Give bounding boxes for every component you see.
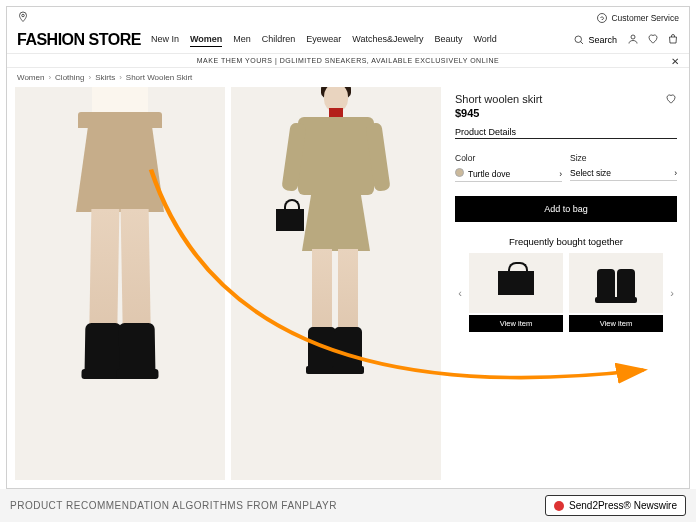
chevron-right-icon: › xyxy=(48,73,51,82)
ecommerce-screenshot: Customer Service FASHION STORE New InWom… xyxy=(6,6,690,489)
fbt-item-boots: View item xyxy=(569,253,663,332)
customer-service-label: Customer Service xyxy=(611,13,679,23)
size-selector[interactable]: Size Select size › xyxy=(570,153,677,182)
product-image-1[interactable] xyxy=(15,87,225,480)
svg-point-4 xyxy=(631,35,635,39)
store-logo[interactable]: FASHION STORE xyxy=(17,31,141,49)
nav-item-children[interactable]: Children xyxy=(262,34,296,47)
view-item-button[interactable]: View item xyxy=(569,315,663,332)
breadcrumb-item[interactable]: Women xyxy=(17,73,44,82)
svg-point-1 xyxy=(598,14,607,23)
svg-line-3 xyxy=(581,42,584,45)
fbt-title: Frequently bought together xyxy=(455,236,677,247)
product-image-2[interactable] xyxy=(231,87,441,480)
add-to-bag-button[interactable]: Add to bag xyxy=(455,196,677,222)
product-price: $945 xyxy=(455,107,542,119)
product-title: Short woolen skirt xyxy=(455,93,542,105)
promo-text: MAKE THEM YOURS | DGLIMITED SNEAKERS, AV… xyxy=(197,57,499,64)
search-icon xyxy=(573,34,585,46)
promo-banner: MAKE THEM YOURS | DGLIMITED SNEAKERS, AV… xyxy=(7,54,689,68)
product-info-panel: Short woolen skirt $945 Product Details … xyxy=(447,87,681,480)
size-value: Select size xyxy=(570,168,611,178)
fbt-image-boots[interactable] xyxy=(569,253,663,313)
color-selector[interactable]: Color Turtle dove › xyxy=(455,153,562,182)
customer-service-link[interactable]: Customer Service xyxy=(596,12,679,24)
wishlist-heart-icon[interactable] xyxy=(665,93,677,107)
chevron-right-icon: › xyxy=(88,73,91,82)
nav-item-new-in[interactable]: New In xyxy=(151,34,179,47)
nav-item-watches-jewelry[interactable]: Watches&Jewelry xyxy=(352,34,423,47)
breadcrumb: Women›Clothing›Skirts›Short Woolen Skirt xyxy=(7,68,689,87)
search-label: Search xyxy=(588,35,617,45)
bag-icon[interactable] xyxy=(667,33,679,47)
main-header: FASHION STORE New InWomenMenChildrenEyew… xyxy=(7,29,689,54)
newswire-label: Send2Press® Newswire xyxy=(569,500,677,511)
product-content: Short woolen skirt $945 Product Details … xyxy=(7,87,689,488)
caption-bar: PRODUCT RECOMMENDATION ALGORITHMS FROM F… xyxy=(0,489,696,522)
fbt-prev-icon[interactable]: ‹ xyxy=(455,287,465,299)
main-nav: New InWomenMenChildrenEyewearWatches&Jew… xyxy=(151,34,497,47)
location-icon[interactable] xyxy=(17,11,29,25)
color-swatch-icon xyxy=(455,168,464,177)
view-item-button[interactable]: View item xyxy=(469,315,563,332)
chevron-right-icon: › xyxy=(559,169,562,179)
nav-item-men[interactable]: Men xyxy=(233,34,251,47)
nav-item-beauty[interactable]: Beauty xyxy=(435,34,463,47)
close-icon[interactable]: ✕ xyxy=(671,56,680,67)
svg-point-0 xyxy=(22,14,25,17)
newswire-button[interactable]: Send2Press® Newswire xyxy=(545,495,686,516)
fbt-next-icon[interactable]: › xyxy=(667,287,677,299)
color-label: Color xyxy=(455,153,562,163)
newswire-dot-icon xyxy=(554,501,564,511)
product-details-link[interactable]: Product Details xyxy=(455,127,677,139)
nav-item-women[interactable]: Women xyxy=(190,34,222,47)
wishlist-icon[interactable] xyxy=(647,33,659,47)
breadcrumb-item[interactable]: Clothing xyxy=(55,73,84,82)
account-icon[interactable] xyxy=(627,33,639,47)
frequently-bought-together: Frequently bought together ‹ View itemVi… xyxy=(455,236,677,332)
fbt-item-handbag: View item xyxy=(469,253,563,332)
chevron-right-icon: › xyxy=(674,168,677,178)
breadcrumb-item[interactable]: Skirts xyxy=(95,73,115,82)
color-value: Turtle dove xyxy=(468,169,510,179)
search-button[interactable]: Search xyxy=(573,34,617,46)
fbt-image-handbag[interactable] xyxy=(469,253,563,313)
breadcrumb-item: Short Woolen Skirt xyxy=(126,73,193,82)
caption-text: PRODUCT RECOMMENDATION ALGORITHMS FROM F… xyxy=(10,500,337,511)
nav-item-eyewear[interactable]: Eyewear xyxy=(306,34,341,47)
size-label: Size xyxy=(570,153,677,163)
nav-item-world[interactable]: World xyxy=(474,34,497,47)
chevron-right-icon: › xyxy=(119,73,122,82)
utility-bar: Customer Service xyxy=(7,7,689,29)
